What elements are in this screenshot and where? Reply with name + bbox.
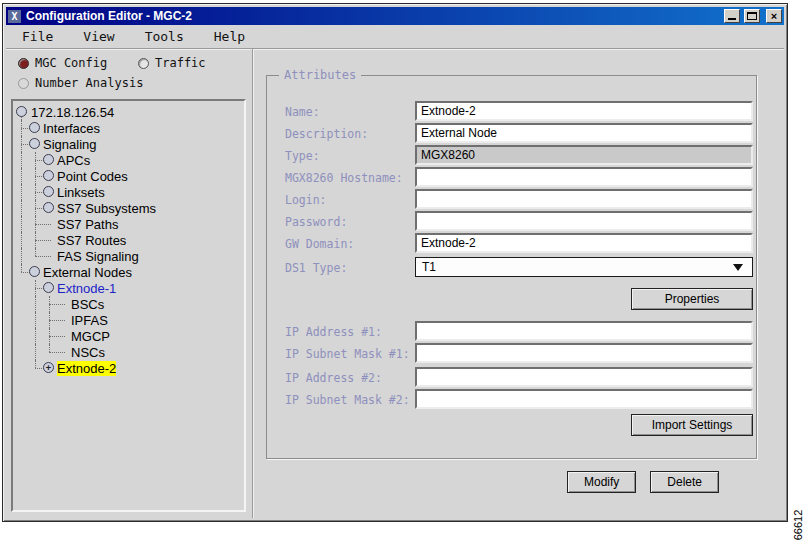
- tree-node-ss7-routes[interactable]: SS7 Routes: [57, 233, 126, 248]
- tree-node-ipfas[interactable]: IPFAS: [71, 313, 108, 328]
- tree-line: [35, 328, 36, 344]
- field-label-ip-subnet-mask-2: IP Subnet Mask #2:: [285, 393, 410, 407]
- tree-row-mgcp: MGCP: [13, 328, 244, 344]
- field-input-gw-domain[interactable]: Extnode-2: [415, 233, 753, 253]
- tree-line: [21, 264, 22, 272]
- field-label-login: Login:: [285, 193, 327, 207]
- radio-button-icon: [18, 78, 29, 89]
- radio-number-analysis[interactable]: Number Analysis: [18, 76, 143, 90]
- field-input-mgx8260-hostname[interactable]: [415, 167, 753, 187]
- tree-toggle-icon[interactable]: [43, 202, 54, 213]
- field-input-login[interactable]: [415, 189, 753, 209]
- tree-row-interfaces: Interfaces: [13, 120, 244, 136]
- properties-button[interactable]: Properties: [631, 288, 753, 310]
- tree-node-ss7-subsystems[interactable]: SS7 Subsystems: [57, 201, 156, 216]
- tree-node-apcs[interactable]: APCs: [57, 153, 90, 168]
- tree-line: [49, 320, 65, 321]
- tree-line: [35, 296, 36, 312]
- tree-toggle-icon[interactable]: [43, 170, 54, 181]
- tree-node-ss7-paths[interactable]: SS7 Paths: [57, 217, 118, 232]
- tree: 172.18.126.54InterfacesSignalingAPCsPoin…: [13, 101, 244, 376]
- tree-line: [35, 344, 36, 360]
- field-label-ds1-type: DS1 Type:: [285, 261, 347, 275]
- tree-row-ipfas: IPFAS: [13, 312, 244, 328]
- maximize-button[interactable]: [744, 9, 760, 23]
- configuration-editor-window: X Configuration Editor - MGC-2 × FileVie…: [2, 3, 788, 522]
- menu-view[interactable]: View: [83, 29, 114, 44]
- field-input-ip-address-1[interactable]: [415, 321, 753, 341]
- tree-line: [49, 352, 65, 353]
- radio-button-icon: [138, 58, 149, 69]
- tree-row-apcs: APCs: [13, 152, 244, 168]
- field-label-ip-address-1: IP Address #1:: [285, 325, 382, 339]
- tree-node-mgcp[interactable]: MGCP: [71, 329, 110, 344]
- tree-row-fas-signaling: FAS Signaling: [13, 248, 244, 264]
- tree-row-172-18-126-54: 172.18.126.54: [13, 104, 244, 120]
- field-input-ip-subnet-mask-2[interactable]: [415, 389, 753, 409]
- radio-label: MGC Config: [35, 56, 107, 70]
- figure-number: 66612: [792, 505, 804, 545]
- tree-node-extnode-1[interactable]: Extnode-1: [57, 281, 116, 296]
- tree-line: [21, 152, 22, 168]
- field-input-password[interactable]: [415, 211, 753, 231]
- menu-help[interactable]: Help: [214, 29, 245, 44]
- modify-button[interactable]: Modify: [567, 471, 636, 493]
- tree-node-linksets[interactable]: Linksets: [57, 185, 105, 200]
- tree-line: [49, 344, 50, 352]
- tree-node-interfaces[interactable]: Interfaces: [43, 121, 100, 136]
- dropdown-arrow-icon: [733, 264, 743, 271]
- tree-row-nscs: NSCs: [13, 344, 244, 360]
- field-input-description[interactable]: External Node: [415, 123, 753, 143]
- import-settings-button[interactable]: Import Settings: [631, 414, 753, 436]
- tree-line: [35, 256, 51, 257]
- field-input-ip-address-2[interactable]: [415, 367, 753, 387]
- radio-button-icon: [18, 58, 29, 69]
- tree-node-point-codes[interactable]: Point Codes: [57, 169, 128, 184]
- tree-row-ss7-subsystems: SS7 Subsystems: [13, 200, 244, 216]
- close-button[interactable]: ×: [766, 9, 782, 23]
- menu-tools[interactable]: Tools: [145, 29, 184, 44]
- tree-line: [35, 224, 51, 225]
- tree-row-extnode-1: Extnode-1: [13, 280, 244, 296]
- tree-toggle-icon[interactable]: [43, 282, 54, 293]
- right-panel: Attributes Properties Import Settings Na…: [254, 49, 784, 518]
- tree-node-fas-signaling[interactable]: FAS Signaling: [57, 249, 139, 264]
- tree-row-ss7-paths: SS7 Paths: [13, 216, 244, 232]
- radio-mgc-config[interactable]: MGC Config: [18, 56, 107, 70]
- tree-node-bscs[interactable]: BSCs: [71, 297, 104, 312]
- tree-toggle-icon[interactable]: +: [43, 362, 54, 373]
- tree-line: [21, 184, 22, 200]
- tree-line: [21, 200, 22, 216]
- field-input-name[interactable]: Extnode-2: [415, 101, 753, 121]
- tree-node-extnode-2[interactable]: Extnode-2: [57, 361, 116, 376]
- field-dropdown-ds1-type[interactable]: T1: [415, 257, 753, 277]
- field-label-ip-address-2: IP Address #2:: [285, 371, 382, 385]
- tree-node-external-nodes[interactable]: External Nodes: [43, 265, 132, 280]
- tree-line: [35, 248, 36, 256]
- main-content: MGC ConfigTrafficNumber Analysis 172.18.…: [6, 49, 784, 518]
- minimize-button[interactable]: [724, 9, 740, 23]
- tree-toggle-icon[interactable]: [43, 186, 54, 197]
- tree-node-172-18-126-54[interactable]: 172.18.126.54: [31, 105, 114, 120]
- titlebar: X Configuration Editor - MGC-2 ×: [6, 7, 784, 25]
- tree-toggle-icon[interactable]: [29, 122, 40, 133]
- field-label-password: Password:: [285, 215, 347, 229]
- tree-toggle-icon[interactable]: [29, 138, 40, 149]
- tree-node-signaling[interactable]: Signaling: [43, 137, 97, 152]
- tree-toggle-icon[interactable]: [16, 106, 27, 117]
- field-label-type: Type:: [285, 149, 320, 163]
- radio-traffic[interactable]: Traffic: [138, 56, 206, 70]
- minimize-icon: [728, 18, 736, 20]
- field-input-ip-subnet-mask-1[interactable]: [415, 343, 753, 363]
- delete-button[interactable]: Delete: [650, 471, 719, 493]
- tree-toggle-icon[interactable]: [43, 154, 54, 165]
- left-panel: MGC ConfigTrafficNumber Analysis 172.18.…: [6, 49, 253, 518]
- tree-line: [49, 336, 65, 337]
- tree-toggle-icon[interactable]: [29, 266, 40, 277]
- field-input-type: MGX8260: [415, 145, 753, 165]
- tree-row-bscs: BSCs: [13, 296, 244, 312]
- menu-file[interactable]: File: [22, 29, 53, 44]
- close-icon: ×: [767, 10, 781, 22]
- tree-node-nscs[interactable]: NSCs: [71, 345, 105, 360]
- tree-line: [21, 216, 22, 232]
